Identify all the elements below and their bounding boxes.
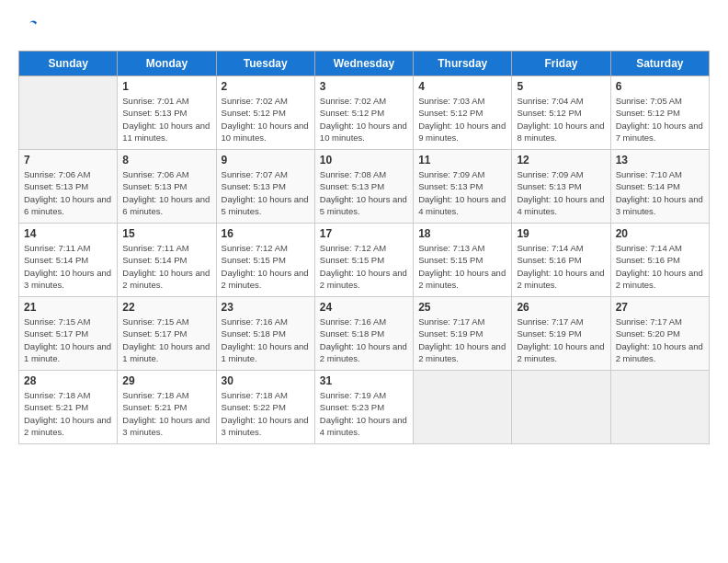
cell-sun-info: Sunrise: 7:09 AMSunset: 5:13 PMDaylight:… — [418, 168, 506, 217]
calendar-cell: 24Sunrise: 7:16 AMSunset: 5:18 PMDayligh… — [314, 297, 413, 371]
day-number: 28 — [24, 374, 112, 387]
cell-sun-info: Sunrise: 7:14 AMSunset: 5:16 PMDaylight:… — [517, 242, 605, 291]
header-tuesday: Tuesday — [216, 52, 314, 76]
header-wednesday: Wednesday — [314, 52, 413, 76]
day-number: 24 — [320, 301, 408, 314]
day-number: 31 — [320, 374, 408, 387]
page-header — [18, 18, 710, 41]
header-monday: Monday — [118, 52, 216, 76]
calendar-cell: 2Sunrise: 7:02 AMSunset: 5:12 PMDaylight… — [216, 76, 314, 150]
calendar-cell: 23Sunrise: 7:16 AMSunset: 5:18 PMDayligh… — [216, 297, 314, 371]
calendar-cell: 21Sunrise: 7:15 AMSunset: 5:17 PMDayligh… — [19, 297, 118, 371]
calendar-cell — [414, 371, 512, 444]
calendar-cell: 1Sunrise: 7:01 AMSunset: 5:13 PMDaylight… — [118, 76, 216, 150]
calendar-cell: 31Sunrise: 7:19 AMSunset: 5:23 PMDayligh… — [314, 371, 413, 444]
calendar-cell: 28Sunrise: 7:18 AMSunset: 5:21 PMDayligh… — [19, 371, 118, 444]
logo-text — [18, 18, 39, 41]
calendar-cell: 26Sunrise: 7:17 AMSunset: 5:19 PMDayligh… — [512, 297, 610, 371]
day-number: 9 — [222, 154, 310, 167]
calendar-cell: 25Sunrise: 7:17 AMSunset: 5:19 PMDayligh… — [414, 297, 512, 371]
cell-sun-info: Sunrise: 7:13 AMSunset: 5:15 PMDaylight:… — [418, 242, 506, 291]
calendar-cell: 20Sunrise: 7:14 AMSunset: 5:16 PMDayligh… — [610, 224, 709, 297]
calendar-cell: 10Sunrise: 7:08 AMSunset: 5:13 PMDayligh… — [314, 150, 413, 224]
day-number: 30 — [222, 374, 310, 387]
calendar-cell: 13Sunrise: 7:10 AMSunset: 5:14 PMDayligh… — [610, 150, 709, 224]
day-number: 3 — [320, 80, 408, 93]
week-row-1: 1Sunrise: 7:01 AMSunset: 5:13 PMDaylight… — [19, 76, 710, 150]
header-friday: Friday — [512, 52, 610, 76]
week-row-3: 14Sunrise: 7:11 AMSunset: 5:14 PMDayligh… — [19, 224, 710, 297]
day-number: 7 — [24, 154, 112, 167]
cell-sun-info: Sunrise: 7:11 AMSunset: 5:14 PMDaylight:… — [24, 242, 112, 291]
day-number: 10 — [320, 154, 408, 167]
cell-sun-info: Sunrise: 7:18 AMSunset: 5:22 PMDaylight:… — [222, 389, 310, 438]
cell-sun-info: Sunrise: 7:18 AMSunset: 5:21 PMDaylight:… — [24, 389, 112, 438]
day-number: 14 — [24, 227, 112, 240]
day-number: 16 — [222, 227, 310, 240]
day-number: 12 — [517, 154, 605, 167]
day-number: 2 — [222, 80, 310, 93]
week-row-5: 28Sunrise: 7:18 AMSunset: 5:21 PMDayligh… — [19, 371, 710, 444]
calendar-table: SundayMondayTuesdayWednesdayThursdayFrid… — [18, 51, 710, 444]
calendar-cell: 17Sunrise: 7:12 AMSunset: 5:15 PMDayligh… — [314, 224, 413, 297]
calendar-cell: 11Sunrise: 7:09 AMSunset: 5:13 PMDayligh… — [414, 150, 512, 224]
day-number: 11 — [418, 154, 506, 167]
day-number: 23 — [222, 301, 310, 314]
week-row-2: 7Sunrise: 7:06 AMSunset: 5:13 PMDaylight… — [19, 150, 710, 224]
header-thursday: Thursday — [414, 52, 512, 76]
day-number: 18 — [418, 227, 506, 240]
calendar-cell — [19, 76, 118, 150]
calendar-cell — [512, 371, 610, 444]
calendar-cell: 27Sunrise: 7:17 AMSunset: 5:20 PMDayligh… — [610, 297, 709, 371]
cell-sun-info: Sunrise: 7:06 AMSunset: 5:13 PMDaylight:… — [122, 168, 210, 217]
calendar-cell: 16Sunrise: 7:12 AMSunset: 5:15 PMDayligh… — [216, 224, 314, 297]
calendar-cell: 15Sunrise: 7:11 AMSunset: 5:14 PMDayligh… — [118, 224, 216, 297]
cell-sun-info: Sunrise: 7:06 AMSunset: 5:13 PMDaylight:… — [24, 168, 112, 217]
calendar-cell — [610, 371, 709, 444]
day-number: 15 — [122, 227, 210, 240]
day-number: 5 — [517, 80, 605, 93]
calendar-cell: 7Sunrise: 7:06 AMSunset: 5:13 PMDaylight… — [19, 150, 118, 224]
calendar-cell: 18Sunrise: 7:13 AMSunset: 5:15 PMDayligh… — [414, 224, 512, 297]
cell-sun-info: Sunrise: 7:11 AMSunset: 5:14 PMDaylight:… — [122, 242, 210, 291]
day-number: 22 — [122, 301, 210, 314]
day-number: 13 — [616, 154, 704, 167]
calendar-cell: 12Sunrise: 7:09 AMSunset: 5:13 PMDayligh… — [512, 150, 610, 224]
cell-sun-info: Sunrise: 7:08 AMSunset: 5:13 PMDaylight:… — [320, 168, 408, 217]
day-number: 27 — [616, 301, 704, 314]
logo — [18, 18, 39, 41]
cell-sun-info: Sunrise: 7:12 AMSunset: 5:15 PMDaylight:… — [320, 242, 408, 291]
day-number: 29 — [122, 374, 210, 387]
week-row-4: 21Sunrise: 7:15 AMSunset: 5:17 PMDayligh… — [19, 297, 710, 371]
cell-sun-info: Sunrise: 7:15 AMSunset: 5:17 PMDaylight:… — [122, 316, 210, 364]
day-number: 21 — [24, 301, 112, 314]
cell-sun-info: Sunrise: 7:17 AMSunset: 5:19 PMDaylight:… — [418, 316, 506, 364]
cell-sun-info: Sunrise: 7:16 AMSunset: 5:18 PMDaylight:… — [222, 316, 310, 364]
cell-sun-info: Sunrise: 7:02 AMSunset: 5:12 PMDaylight:… — [320, 95, 408, 144]
cell-sun-info: Sunrise: 7:02 AMSunset: 5:12 PMDaylight:… — [222, 95, 310, 144]
calendar-cell: 5Sunrise: 7:04 AMSunset: 5:12 PMDaylight… — [512, 76, 610, 150]
day-number: 4 — [418, 80, 506, 93]
cell-sun-info: Sunrise: 7:16 AMSunset: 5:18 PMDaylight:… — [320, 316, 408, 364]
header-row: SundayMondayTuesdayWednesdayThursdayFrid… — [19, 52, 710, 76]
cell-sun-info: Sunrise: 7:12 AMSunset: 5:15 PMDaylight:… — [222, 242, 310, 291]
calendar-cell: 4Sunrise: 7:03 AMSunset: 5:12 PMDaylight… — [414, 76, 512, 150]
cell-sun-info: Sunrise: 7:10 AMSunset: 5:14 PMDaylight:… — [616, 168, 704, 217]
cell-sun-info: Sunrise: 7:19 AMSunset: 5:23 PMDaylight:… — [320, 389, 408, 438]
cell-sun-info: Sunrise: 7:17 AMSunset: 5:20 PMDaylight:… — [616, 316, 704, 364]
cell-sun-info: Sunrise: 7:01 AMSunset: 5:13 PMDaylight:… — [122, 95, 210, 144]
cell-sun-info: Sunrise: 7:09 AMSunset: 5:13 PMDaylight:… — [517, 168, 605, 217]
calendar-cell: 19Sunrise: 7:14 AMSunset: 5:16 PMDayligh… — [512, 224, 610, 297]
cell-sun-info: Sunrise: 7:15 AMSunset: 5:17 PMDaylight:… — [24, 316, 112, 364]
calendar-cell: 29Sunrise: 7:18 AMSunset: 5:21 PMDayligh… — [118, 371, 216, 444]
day-number: 20 — [616, 227, 704, 240]
calendar-cell: 6Sunrise: 7:05 AMSunset: 5:12 PMDaylight… — [610, 76, 709, 150]
day-number: 6 — [616, 80, 704, 93]
cell-sun-info: Sunrise: 7:14 AMSunset: 5:16 PMDaylight:… — [616, 242, 704, 291]
cell-sun-info: Sunrise: 7:17 AMSunset: 5:19 PMDaylight:… — [517, 316, 605, 364]
calendar-cell: 30Sunrise: 7:18 AMSunset: 5:22 PMDayligh… — [216, 371, 314, 444]
cell-sun-info: Sunrise: 7:05 AMSunset: 5:12 PMDaylight:… — [616, 95, 704, 144]
cell-sun-info: Sunrise: 7:07 AMSunset: 5:13 PMDaylight:… — [222, 168, 310, 217]
calendar-cell: 14Sunrise: 7:11 AMSunset: 5:14 PMDayligh… — [19, 224, 118, 297]
day-number: 1 — [122, 80, 210, 93]
